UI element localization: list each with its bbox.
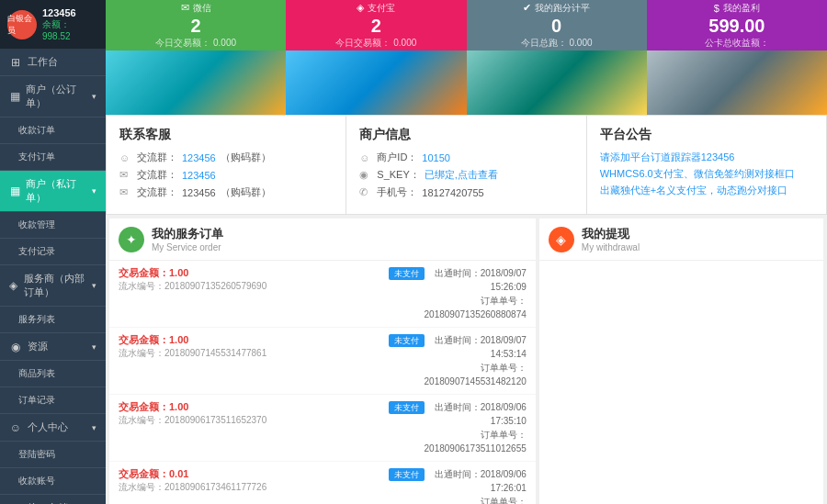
contact-title: 联系客服 — [119, 127, 333, 143]
contact-row-2: ✉ 交流群： 123456 — [119, 168, 333, 182]
sidebar-menu: ⊞ 工作台 ▦ 商户（公订单） ▾ 收款订单 支付订单 ▦ 商户（私订单） ▾ … — [0, 49, 106, 504]
table-row: 交易金额：1.00 流水编号：20180907145531477861 未支付 … — [109, 328, 536, 395]
contact-icon-3: ✉ — [119, 186, 132, 198]
sidebar-item-payment-order[interactable]: 支付订单 — [0, 144, 106, 171]
chevron-down-icon: ▾ — [92, 342, 96, 352]
sidebar-header: 白银会员 123456 余额： 998.52 — [0, 0, 106, 49]
stat-wechat: ✉ 微信 2 今日交易额： 0.000 — [106, 0, 286, 50]
platform-link-1[interactable]: 请添加平台订道跟踪器123456 — [600, 151, 813, 164]
sidebar-item-label: 收款账号 — [18, 475, 55, 487]
sidebar-item-workbench[interactable]: ⊞ 工作台 — [0, 49, 106, 76]
withdraw-header-icon: ◈ — [549, 227, 574, 252]
order-panel: ✦ 我的服务订单 My Service order 交易金额：1.00 流水编号… — [109, 218, 536, 504]
sidebar-item-order-record[interactable]: 订单记录 — [0, 387, 106, 414]
stat-alipay: ◈ 支付宝 2 今日交易额： 0.000 — [286, 0, 466, 50]
withdraw-panel: ◈ 我的提现 My withdrawal — [539, 218, 823, 504]
sidebar-item-label: 收款订单 — [18, 124, 55, 137]
sidebar-item-label: 资源 — [28, 340, 48, 353]
info-section: 联系客服 ☺ 交流群： 123456 （购码群） ✉ 交流群： 123456 ✉… — [106, 115, 827, 215]
merchant-title: 商户信息 — [359, 127, 572, 143]
sidebar-item-label: 工作台 — [28, 55, 58, 69]
avatar: 白银会员 — [7, 10, 37, 39]
platform-title: 平台公告 — [600, 127, 813, 143]
sidebar-item-label: 服务列表 — [18, 313, 55, 326]
sidebar-item-label: 支付记录 — [18, 245, 55, 258]
chevron-down-icon: ▾ — [92, 281, 96, 290]
merchant-row-1: ☺ 商户ID： 10150 — [359, 151, 572, 164]
sidebar-item-receive-order[interactable]: 收款订单 — [0, 118, 106, 144]
platform-link-3[interactable]: 出藏独代连+名义支付宝，动态跑分对接口 — [600, 184, 813, 197]
contact-icon-1: ☺ — [119, 152, 132, 163]
sidebar-item-personal-info[interactable]: 登陆密码 — [0, 442, 106, 468]
banner-item-2 — [286, 50, 466, 115]
stats-bar: ✉ 微信 2 今日交易额： 0.000 ◈ 支付宝 2 今日交易额： 0.000… — [106, 0, 827, 50]
sidebar-item-withdraw-record[interactable]: 收款账号 — [0, 468, 106, 495]
sidebar-item-merchant-public[interactable]: ▦ 商户（公订单） ▾ — [0, 76, 106, 118]
order-tag-4: 未支付 — [389, 468, 425, 481]
platform-card: 平台公告 请添加平台订道跟踪器123456 WHMCS6.0支付宝、微信免签约测… — [586, 115, 827, 215]
personal-icon: ☺ — [9, 421, 22, 434]
alipay-icon: ◈ — [357, 2, 364, 14]
merchant-card: 商户信息 ☺ 商户ID： 10150 ◉ S_KEY： 已绑定,点击查看 ✆ 手… — [346, 115, 585, 215]
contact-link-1[interactable]: 123456 — [182, 152, 216, 163]
sidebar-item-payment-manage[interactable]: 支付记录 — [0, 239, 106, 265]
service-icon: ◈ — [9, 279, 18, 292]
sidebar-item-personal-center[interactable]: ☺ 个人中心 ▾ — [0, 414, 106, 442]
order-section: ✦ 我的服务订单 My Service order 交易金额：1.00 流水编号… — [106, 215, 827, 504]
domain-icon: ◉ — [9, 341, 22, 353]
mine-icon: ✔ — [523, 2, 531, 14]
sidebar-item-label: 商品列表 — [18, 367, 55, 380]
wechat-icon: ✉ — [181, 2, 189, 14]
order-tag-2: 未支付 — [389, 334, 425, 347]
stat-profit: $ 我的盈利 599.00 公卡总收益额： — [647, 0, 827, 50]
banner — [106, 50, 827, 115]
contact-row-1: ☺ 交流群： 123456 （购码群） — [119, 151, 333, 164]
sidebar-item-label: 商户（公订单） — [26, 83, 86, 110]
profit-icon: $ — [714, 3, 719, 14]
chevron-down-icon: ▾ — [92, 186, 96, 196]
table-row: 交易金额：1.00 流水编号：20180907135260579690 未支付 … — [109, 261, 536, 328]
skey-link[interactable]: 已绑定,点击查看 — [425, 168, 498, 182]
sidebar: 白银会员 123456 余额： 998.52 ⊞ 工作台 ▦ 商户（公订单） ▾… — [0, 0, 106, 504]
user-balance: 余额： 998.52 — [42, 18, 98, 41]
sidebar-item-import-export[interactable]: ⇅ 接口文档 ▾ — [0, 495, 106, 504]
merchant-icon-2: ◉ — [359, 169, 372, 181]
chevron-down-icon: ▾ — [92, 423, 96, 432]
stat-mine: ✔ 我的跑分计平 0 今日总跑： 0.000 — [467, 0, 647, 50]
platform-link-2[interactable]: WHMCS6.0支付宝、微信免签约测对接框口 — [600, 167, 813, 181]
chevron-down-icon: ▾ — [92, 92, 96, 101]
sidebar-item-service-list[interactable]: 服务列表 — [0, 307, 106, 333]
workbench-icon: ⊞ — [9, 56, 22, 69]
sidebar-item-label: 商户（私订单） — [26, 177, 86, 205]
merchant-public-icon: ▦ — [9, 90, 20, 103]
sidebar-item-service[interactable]: ◈ 服务商（内部订单） ▾ — [0, 265, 106, 307]
username: 123456 — [42, 7, 98, 18]
sidebar-item-label: 订单记录 — [18, 394, 55, 407]
sidebar-item-domain[interactable]: ◉ 资源 ▾ — [0, 333, 106, 361]
table-row: 交易金额：1.00 流水编号：20180906173511652370 未支付 … — [109, 395, 536, 462]
sidebar-user-info: 123456 余额： 998.52 — [42, 7, 98, 41]
sidebar-item-collect-money[interactable]: 收款管理 — [0, 212, 106, 239]
banner-item-1 — [106, 50, 286, 115]
contact-row-3: ✉ 交流群： 123456 （购码群） — [119, 185, 333, 199]
sidebar-item-label: 个人中心 — [28, 420, 68, 434]
order-tag-3: 未支付 — [389, 401, 425, 414]
withdraw-panel-header: ◈ 我的提现 My withdrawal — [539, 218, 823, 261]
banner-item-4 — [647, 50, 827, 115]
sidebar-item-label: 收款管理 — [18, 218, 55, 231]
order-header-icon: ✦ — [119, 227, 144, 252]
sidebar-item-goods-list[interactable]: 商品列表 — [0, 361, 106, 387]
sidebar-item-label: 登陆密码 — [18, 448, 55, 461]
table-row: 交易金额：0.01 流水编号：20180906173461177726 未支付 … — [109, 462, 536, 504]
contact-link-2[interactable]: 123456 — [182, 170, 216, 181]
merchant-id-link[interactable]: 10150 — [422, 152, 450, 163]
merchant-row-3: ✆ 手机号： 18127420755 — [359, 185, 572, 199]
main-content: ✉ 微信 2 今日交易额： 0.000 ◈ 支付宝 2 今日交易额： 0.000… — [106, 0, 827, 504]
order-tag-1: 未支付 — [389, 267, 425, 280]
sidebar-item-label: 服务商（内部订单） — [24, 272, 86, 299]
contact-card: 联系客服 ☺ 交流群： 123456 （购码群） ✉ 交流群： 123456 ✉… — [106, 115, 346, 215]
sidebar-item-merchant-private[interactable]: ▦ 商户（私订单） ▾ — [0, 171, 106, 212]
merchant-icon-3: ✆ — [359, 186, 372, 198]
sidebar-item-label: 支付订单 — [18, 151, 55, 163]
merchant-private-icon: ▦ — [9, 185, 20, 197]
